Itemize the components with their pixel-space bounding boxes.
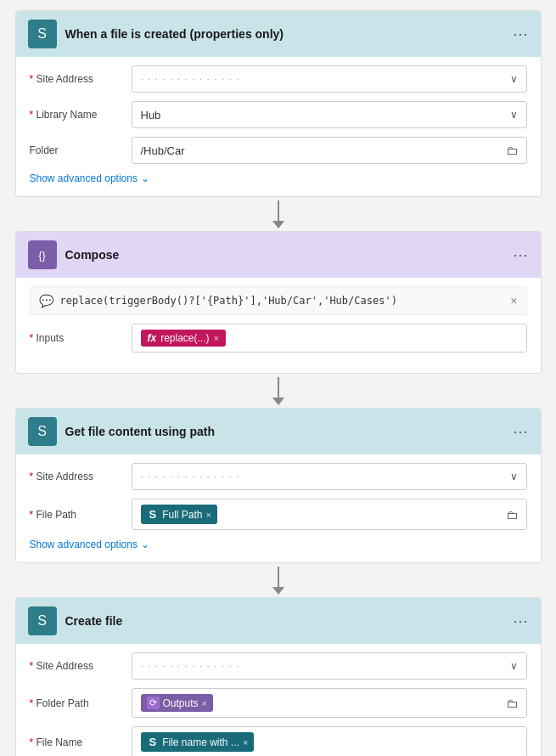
file-name-icon: S bbox=[147, 735, 160, 749]
arrow-3 bbox=[272, 563, 284, 597]
inputs-label: Inputs bbox=[30, 332, 123, 344]
folder-row: Folder /Hub/Car 🗀 bbox=[30, 137, 527, 164]
folder-path-row: Folder Path ⟳ Outputs × 🗀 bbox=[30, 688, 527, 718]
expression-bubble-icon: 💬 bbox=[39, 294, 53, 307]
compose-icon: {} bbox=[28, 240, 57, 269]
arrow-1-line bbox=[278, 200, 279, 221]
folder-path-folder-icon: 🗀 bbox=[506, 697, 518, 710]
folder-label: Folder bbox=[30, 144, 123, 156]
trigger-card-header: S When a file is created (properties onl… bbox=[16, 11, 541, 57]
outputs-close-button[interactable]: × bbox=[202, 698, 207, 708]
flow-canvas: S When a file is created (properties onl… bbox=[10, 10, 546, 756]
arrow-2-line bbox=[278, 377, 279, 398]
folder-path-label: Folder Path bbox=[30, 697, 123, 709]
arrow-2-head bbox=[272, 398, 284, 405]
site-address-masked: · · · · · · · · · · · · · · bbox=[141, 73, 510, 85]
arrow-1 bbox=[272, 197, 284, 231]
library-name-row: Library Name Hub ∨ bbox=[30, 101, 527, 128]
trigger-advanced-label: Show advanced options bbox=[30, 172, 138, 184]
get-file-header: S Get file content using path ··· bbox=[16, 409, 541, 454]
trigger-card: S When a file is created (properties onl… bbox=[15, 10, 542, 197]
get-file-advanced-label: Show advanced options bbox=[30, 539, 138, 550]
folder-input[interactable]: /Hub/Car 🗀 bbox=[132, 137, 527, 164]
file-name-label: File name with ... bbox=[162, 736, 239, 748]
create-file-body: Site Address · · · · · · · · · · · · · ·… bbox=[16, 644, 541, 756]
file-name-tag: S File name with ... × bbox=[141, 732, 255, 752]
fx-close-button[interactable]: × bbox=[214, 333, 219, 343]
library-name-value: Hub bbox=[141, 109, 161, 121]
file-path-row: File Path S Full Path × 🗀 bbox=[30, 499, 527, 530]
library-name-input[interactable]: Hub ∨ bbox=[132, 101, 527, 128]
create-file-menu[interactable]: ··· bbox=[513, 612, 528, 630]
file-name-row: File Name S File name with ... × bbox=[30, 726, 527, 756]
compose-card: {} Compose ··· 💬 replace(triggerBody()?[… bbox=[15, 231, 542, 374]
get-file-advanced-options[interactable]: Show advanced options ⌄ bbox=[30, 539, 527, 550]
get-file-advanced-chevron: ⌄ bbox=[141, 539, 149, 550]
trigger-menu[interactable]: ··· bbox=[513, 25, 528, 43]
site-address-dropdown-icon: ∨ bbox=[510, 73, 518, 85]
full-path-label: Full Path bbox=[162, 509, 202, 521]
create-site-dropdown-icon: ∨ bbox=[510, 660, 518, 672]
outputs-tag: ⟳ Outputs × bbox=[141, 694, 213, 712]
create-file-icon: S bbox=[28, 606, 57, 635]
library-name-label: Library Name bbox=[30, 109, 123, 121]
create-site-masked: · · · · · · · · · · · · · · bbox=[141, 660, 510, 672]
folder-browse-icon: 🗀 bbox=[506, 144, 518, 157]
trigger-icon: S bbox=[28, 20, 57, 48]
create-file-header: S Create file ··· bbox=[16, 598, 541, 644]
get-file-site-label: Site Address bbox=[30, 471, 123, 482]
library-name-dropdown-icon: ∨ bbox=[510, 109, 518, 121]
compose-menu[interactable]: ··· bbox=[513, 246, 528, 264]
fx-label: replace(...) bbox=[160, 332, 209, 344]
arrow-1-head bbox=[272, 221, 284, 228]
create-site-row: Site Address · · · · · · · · · · · · · ·… bbox=[30, 652, 527, 680]
file-name-input[interactable]: S File name with ... × bbox=[132, 726, 527, 756]
outputs-label: Outputs bbox=[163, 697, 199, 709]
get-file-site-input[interactable]: · · · · · · · · · · · · · · ∨ bbox=[132, 463, 527, 490]
arrow-3-line bbox=[278, 567, 279, 587]
expression-close-button[interactable]: × bbox=[510, 294, 517, 307]
create-file-card: S Create file ··· Site Address · · · · ·… bbox=[15, 597, 542, 756]
full-path-close-button[interactable]: × bbox=[206, 510, 211, 520]
site-address-label: Site Address bbox=[30, 73, 123, 85]
create-site-label: Site Address bbox=[30, 660, 123, 672]
trigger-advanced-options[interactable]: Show advanced options ⌄ bbox=[30, 172, 527, 184]
get-file-site-masked: · · · · · · · · · · · · · · bbox=[141, 471, 510, 482]
compose-card-header: {} Compose ··· bbox=[16, 232, 541, 278]
file-path-input[interactable]: S Full Path × 🗀 bbox=[132, 499, 527, 530]
full-path-icon: S bbox=[147, 507, 160, 522]
arrow-3-head bbox=[272, 587, 284, 595]
compose-expression-row: 💬 replace(triggerBody()?['{Path}'],'Hub/… bbox=[30, 286, 527, 315]
get-file-icon: S bbox=[28, 417, 57, 446]
compose-title: Compose bbox=[65, 248, 505, 262]
outputs-icon: ⟳ bbox=[147, 697, 160, 709]
create-site-input[interactable]: · · · · · · · · · · · · · · ∨ bbox=[132, 652, 527, 680]
arrow-2 bbox=[272, 374, 284, 408]
folder-path-input[interactable]: ⟳ Outputs × 🗀 bbox=[132, 688, 527, 718]
get-file-site-row: Site Address · · · · · · · · · · · · · ·… bbox=[30, 463, 527, 490]
fx-symbol: fx bbox=[148, 332, 157, 344]
file-name-label: File Name bbox=[30, 736, 123, 748]
site-address-input[interactable]: · · · · · · · · · · · · · · ∨ bbox=[132, 65, 527, 93]
trigger-title: When a file is created (properties only) bbox=[65, 27, 505, 41]
inputs-field[interactable]: fx replace(...) × bbox=[132, 324, 527, 353]
get-file-card: S Get file content using path ··· Site A… bbox=[15, 408, 542, 563]
trigger-body: Site Address · · · · · · · · · · · · · ·… bbox=[16, 57, 541, 196]
folder-value: /Hub/Car bbox=[141, 144, 185, 157]
create-file-title: Create file bbox=[65, 614, 505, 628]
file-name-close-button[interactable]: × bbox=[243, 737, 248, 748]
get-file-menu[interactable]: ··· bbox=[513, 423, 528, 441]
get-file-title: Get file content using path bbox=[65, 425, 505, 438]
file-path-label: File Path bbox=[30, 509, 123, 521]
compose-body: 💬 replace(triggerBody()?['{Path}'],'Hub/… bbox=[16, 278, 541, 373]
expression-text: replace(triggerBody()?['{Path}'],'Hub/Ca… bbox=[60, 295, 504, 307]
fx-tag: fx replace(...) × bbox=[141, 330, 226, 347]
get-file-body: Site Address · · · · · · · · · · · · · ·… bbox=[16, 454, 541, 562]
file-path-folder-icon: 🗀 bbox=[506, 508, 518, 522]
site-address-row: Site Address · · · · · · · · · · · · · ·… bbox=[30, 65, 527, 93]
full-path-tag: S Full Path × bbox=[141, 505, 217, 524]
trigger-advanced-chevron: ⌄ bbox=[141, 172, 149, 184]
get-file-site-dropdown-icon: ∨ bbox=[510, 471, 518, 482]
inputs-row: Inputs fx replace(...) × bbox=[30, 324, 527, 353]
